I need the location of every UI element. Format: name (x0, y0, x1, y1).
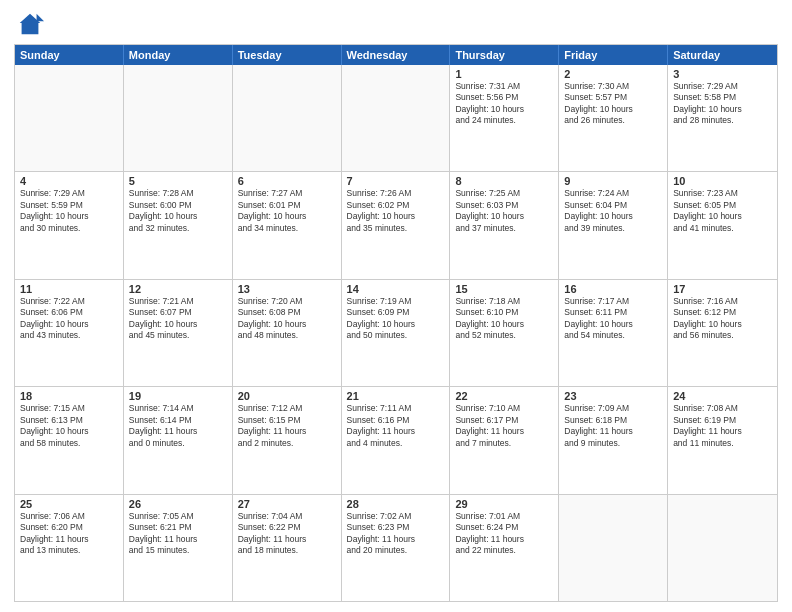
day-number: 3 (673, 68, 772, 80)
day-cell-24: 24Sunrise: 7:08 AM Sunset: 6:19 PM Dayli… (668, 387, 777, 493)
day-number: 6 (238, 175, 336, 187)
calendar-row-2: 4Sunrise: 7:29 AM Sunset: 5:59 PM Daylig… (15, 171, 777, 278)
logo-icon (16, 10, 44, 38)
day-header-saturday: Saturday (668, 45, 777, 65)
calendar-row-1: 1Sunrise: 7:31 AM Sunset: 5:56 PM Daylig… (15, 65, 777, 171)
svg-marker-1 (37, 14, 44, 21)
day-cell-6: 6Sunrise: 7:27 AM Sunset: 6:01 PM Daylig… (233, 172, 342, 278)
day-number: 12 (129, 283, 227, 295)
day-info: Sunrise: 7:22 AM Sunset: 6:06 PM Dayligh… (20, 296, 118, 342)
calendar-body: 1Sunrise: 7:31 AM Sunset: 5:56 PM Daylig… (15, 65, 777, 601)
day-info: Sunrise: 7:12 AM Sunset: 6:15 PM Dayligh… (238, 403, 336, 449)
day-number: 25 (20, 498, 118, 510)
day-cell-26: 26Sunrise: 7:05 AM Sunset: 6:21 PM Dayli… (124, 495, 233, 601)
day-header-monday: Monday (124, 45, 233, 65)
day-cell-21: 21Sunrise: 7:11 AM Sunset: 6:16 PM Dayli… (342, 387, 451, 493)
day-cell-3: 3Sunrise: 7:29 AM Sunset: 5:58 PM Daylig… (668, 65, 777, 171)
day-info: Sunrise: 7:20 AM Sunset: 6:08 PM Dayligh… (238, 296, 336, 342)
calendar-header: SundayMondayTuesdayWednesdayThursdayFrid… (15, 45, 777, 65)
calendar-row-5: 25Sunrise: 7:06 AM Sunset: 6:20 PM Dayli… (15, 494, 777, 601)
day-info: Sunrise: 7:15 AM Sunset: 6:13 PM Dayligh… (20, 403, 118, 449)
day-cell-7: 7Sunrise: 7:26 AM Sunset: 6:02 PM Daylig… (342, 172, 451, 278)
day-info: Sunrise: 7:31 AM Sunset: 5:56 PM Dayligh… (455, 81, 553, 127)
day-number: 15 (455, 283, 553, 295)
day-number: 17 (673, 283, 772, 295)
empty-cell (124, 65, 233, 171)
empty-cell (559, 495, 668, 601)
day-cell-9: 9Sunrise: 7:24 AM Sunset: 6:04 PM Daylig… (559, 172, 668, 278)
day-info: Sunrise: 7:23 AM Sunset: 6:05 PM Dayligh… (673, 188, 772, 234)
calendar-row-3: 11Sunrise: 7:22 AM Sunset: 6:06 PM Dayli… (15, 279, 777, 386)
day-cell-22: 22Sunrise: 7:10 AM Sunset: 6:17 PM Dayli… (450, 387, 559, 493)
day-info: Sunrise: 7:10 AM Sunset: 6:17 PM Dayligh… (455, 403, 553, 449)
logo (14, 10, 44, 38)
day-cell-29: 29Sunrise: 7:01 AM Sunset: 6:24 PM Dayli… (450, 495, 559, 601)
day-info: Sunrise: 7:25 AM Sunset: 6:03 PM Dayligh… (455, 188, 553, 234)
day-info: Sunrise: 7:18 AM Sunset: 6:10 PM Dayligh… (455, 296, 553, 342)
empty-cell (342, 65, 451, 171)
day-info: Sunrise: 7:05 AM Sunset: 6:21 PM Dayligh… (129, 511, 227, 557)
day-number: 23 (564, 390, 662, 402)
day-header-tuesday: Tuesday (233, 45, 342, 65)
day-number: 11 (20, 283, 118, 295)
day-info: Sunrise: 7:19 AM Sunset: 6:09 PM Dayligh… (347, 296, 445, 342)
day-number: 1 (455, 68, 553, 80)
day-info: Sunrise: 7:29 AM Sunset: 5:59 PM Dayligh… (20, 188, 118, 234)
day-info: Sunrise: 7:30 AM Sunset: 5:57 PM Dayligh… (564, 81, 662, 127)
day-number: 29 (455, 498, 553, 510)
day-info: Sunrise: 7:04 AM Sunset: 6:22 PM Dayligh… (238, 511, 336, 557)
day-cell-15: 15Sunrise: 7:18 AM Sunset: 6:10 PM Dayli… (450, 280, 559, 386)
day-cell-25: 25Sunrise: 7:06 AM Sunset: 6:20 PM Dayli… (15, 495, 124, 601)
day-header-sunday: Sunday (15, 45, 124, 65)
calendar-row-4: 18Sunrise: 7:15 AM Sunset: 6:13 PM Dayli… (15, 386, 777, 493)
day-number: 2 (564, 68, 662, 80)
day-cell-27: 27Sunrise: 7:04 AM Sunset: 6:22 PM Dayli… (233, 495, 342, 601)
day-number: 28 (347, 498, 445, 510)
day-number: 4 (20, 175, 118, 187)
day-info: Sunrise: 7:26 AM Sunset: 6:02 PM Dayligh… (347, 188, 445, 234)
day-cell-20: 20Sunrise: 7:12 AM Sunset: 6:15 PM Dayli… (233, 387, 342, 493)
day-info: Sunrise: 7:29 AM Sunset: 5:58 PM Dayligh… (673, 81, 772, 127)
page: SundayMondayTuesdayWednesdayThursdayFrid… (0, 0, 792, 612)
day-number: 24 (673, 390, 772, 402)
day-cell-8: 8Sunrise: 7:25 AM Sunset: 6:03 PM Daylig… (450, 172, 559, 278)
day-cell-1: 1Sunrise: 7:31 AM Sunset: 5:56 PM Daylig… (450, 65, 559, 171)
day-number: 8 (455, 175, 553, 187)
day-cell-17: 17Sunrise: 7:16 AM Sunset: 6:12 PM Dayli… (668, 280, 777, 386)
day-cell-14: 14Sunrise: 7:19 AM Sunset: 6:09 PM Dayli… (342, 280, 451, 386)
day-info: Sunrise: 7:16 AM Sunset: 6:12 PM Dayligh… (673, 296, 772, 342)
empty-cell (668, 495, 777, 601)
day-cell-12: 12Sunrise: 7:21 AM Sunset: 6:07 PM Dayli… (124, 280, 233, 386)
day-cell-10: 10Sunrise: 7:23 AM Sunset: 6:05 PM Dayli… (668, 172, 777, 278)
day-info: Sunrise: 7:11 AM Sunset: 6:16 PM Dayligh… (347, 403, 445, 449)
day-number: 7 (347, 175, 445, 187)
day-number: 21 (347, 390, 445, 402)
day-info: Sunrise: 7:02 AM Sunset: 6:23 PM Dayligh… (347, 511, 445, 557)
day-number: 5 (129, 175, 227, 187)
day-cell-28: 28Sunrise: 7:02 AM Sunset: 6:23 PM Dayli… (342, 495, 451, 601)
header (14, 10, 778, 38)
day-number: 13 (238, 283, 336, 295)
day-number: 18 (20, 390, 118, 402)
day-cell-5: 5Sunrise: 7:28 AM Sunset: 6:00 PM Daylig… (124, 172, 233, 278)
day-number: 10 (673, 175, 772, 187)
day-cell-19: 19Sunrise: 7:14 AM Sunset: 6:14 PM Dayli… (124, 387, 233, 493)
day-number: 27 (238, 498, 336, 510)
day-number: 16 (564, 283, 662, 295)
day-info: Sunrise: 7:09 AM Sunset: 6:18 PM Dayligh… (564, 403, 662, 449)
day-number: 14 (347, 283, 445, 295)
day-info: Sunrise: 7:06 AM Sunset: 6:20 PM Dayligh… (20, 511, 118, 557)
day-cell-11: 11Sunrise: 7:22 AM Sunset: 6:06 PM Dayli… (15, 280, 124, 386)
day-number: 22 (455, 390, 553, 402)
day-number: 26 (129, 498, 227, 510)
day-cell-4: 4Sunrise: 7:29 AM Sunset: 5:59 PM Daylig… (15, 172, 124, 278)
calendar: SundayMondayTuesdayWednesdayThursdayFrid… (14, 44, 778, 602)
day-number: 20 (238, 390, 336, 402)
day-header-wednesday: Wednesday (342, 45, 451, 65)
day-header-thursday: Thursday (450, 45, 559, 65)
empty-cell (15, 65, 124, 171)
day-number: 9 (564, 175, 662, 187)
day-info: Sunrise: 7:24 AM Sunset: 6:04 PM Dayligh… (564, 188, 662, 234)
day-cell-2: 2Sunrise: 7:30 AM Sunset: 5:57 PM Daylig… (559, 65, 668, 171)
day-cell-18: 18Sunrise: 7:15 AM Sunset: 6:13 PM Dayli… (15, 387, 124, 493)
